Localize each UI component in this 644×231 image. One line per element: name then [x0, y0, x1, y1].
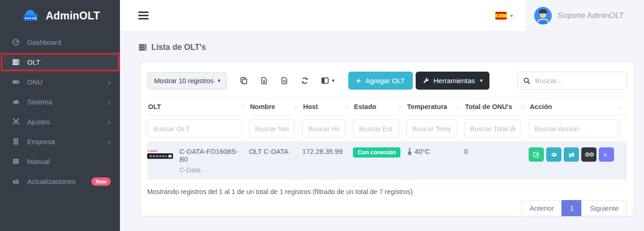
export-file-icon[interactable] — [280, 77, 288, 85]
sort-icon: ↑↓ — [294, 104, 298, 109]
search-icon — [523, 77, 531, 85]
sidebar-item-empresa[interactable]: Empresa › — [0, 132, 120, 152]
sidebar-item-label: ONU — [27, 78, 108, 86]
thermometer-icon — [406, 148, 413, 155]
export-excel-icon[interactable] — [260, 77, 268, 85]
filter-temperatura-input[interactable] — [406, 119, 457, 138]
sidebar-item-manual[interactable]: Manual — [0, 152, 120, 171]
export-icon-group: ▾ — [240, 77, 334, 85]
brand-name: AdminOLT — [46, 10, 100, 22]
filter-host-input[interactable] — [302, 119, 346, 138]
sidebar-item-actualizaciones[interactable]: Actualizaciones New — [0, 171, 120, 191]
column-header-estado[interactable]: Estado↑↓ — [353, 98, 406, 116]
search-input[interactable] — [535, 77, 627, 85]
olt-total-onus: 0 — [464, 141, 529, 180]
olt-nombre: OLT C-DATA — [249, 141, 302, 180]
plus-icon: + — [356, 76, 361, 85]
chevron-right-icon: › — [108, 117, 111, 126]
sort-icon: ↑↓ — [345, 104, 349, 109]
tools-dropdown-button[interactable]: Herramientas ▾ — [416, 72, 490, 90]
topbar-right: ▾ Soporte AdminOLT — [495, 0, 644, 31]
column-visibility-icon[interactable]: ▾ — [321, 77, 334, 85]
tools-label: Herramientas — [434, 77, 475, 85]
column-header-total-onus[interactable]: Total de ONU's↑↓ — [464, 98, 529, 116]
sort-icon: ↑↓ — [456, 104, 459, 109]
server-icon — [11, 58, 20, 66]
book-icon — [11, 158, 20, 165]
sidebar-item-sistema[interactable]: Sistema › — [0, 92, 120, 112]
add-olt-button[interactable]: + Agregar OLT — [348, 72, 413, 90]
olt-device-image: C-DATA — [147, 147, 173, 174]
olt-model: C-DATA-FD1608S-B0 — [179, 147, 244, 163]
exchange-button[interactable]: ⇄ — [564, 147, 579, 162]
olt-host: 172.28.35.99 — [302, 141, 353, 180]
topbar: ▾ Soporte AdminOLT — [120, 0, 644, 31]
settings-button[interactable]: ⚙⚙ — [581, 147, 596, 162]
filter-nombre-input[interactable] — [249, 119, 295, 138]
tools-icon — [11, 118, 20, 126]
filter-accion-input[interactable] — [529, 119, 620, 138]
sidebar-item-dashboard[interactable]: Dashboard — [0, 32, 120, 52]
caret-down-icon: ▾ — [480, 78, 483, 84]
sidebar-menu: Dashboard OLT ONU › Sistema — [0, 32, 120, 191]
pagination-previous[interactable]: Anterior — [521, 200, 562, 216]
spain-flag-icon — [495, 12, 507, 19]
table-search — [517, 72, 627, 90]
new-badge: New — [91, 177, 111, 186]
sidebar: AdminOLT Dashboard OLT ONU › — [0, 0, 120, 231]
filter-estado-input[interactable] — [353, 119, 399, 138]
chevron-right-icon: › — [108, 97, 111, 106]
gears-icon: ⚙⚙ — [584, 151, 593, 158]
sidebar-item-label: Empresa — [27, 138, 108, 146]
filter-olt-input[interactable] — [147, 119, 242, 138]
add-olt-label: Agregar OLT — [365, 77, 405, 85]
view-button[interactable] — [546, 147, 561, 162]
sidebar-item-ajustes[interactable]: Ajustes › — [0, 112, 120, 132]
column-header-temperatura[interactable]: Temperatura↑↓ — [406, 98, 464, 116]
brand-logo[interactable]: AdminOLT — [0, 0, 120, 31]
pagination: Anterior 1 Siguiente — [147, 200, 627, 216]
page-title-text: Lista de OLT's — [151, 43, 206, 52]
filter-total-onus-input[interactable] — [464, 119, 521, 138]
cloud-device-logo-icon — [20, 8, 41, 23]
language-selector[interactable]: ▾ — [495, 12, 513, 19]
sidebar-item-label: Manual — [27, 158, 111, 165]
sidebar-item-label: OLT — [27, 58, 111, 66]
avatar — [534, 7, 552, 24]
olt-table: OLT↑↓ Nombre↑↓ Host↑↓ Estado↑↓ Temperatu… — [147, 98, 627, 180]
sidebar-item-onu[interactable]: ONU › — [0, 72, 120, 92]
pagination-page-1[interactable]: 1 — [561, 200, 582, 216]
onu-device-icon — [11, 78, 20, 86]
user-menu[interactable]: Soporte AdminOLT — [525, 0, 644, 31]
adminolt-app: AdminOLT Dashboard OLT ONU › — [0, 0, 644, 231]
column-header-accion[interactable]: Acción↑↓ — [529, 98, 627, 116]
caret-down-icon: ▾ — [510, 12, 513, 19]
chevron-right-icon: › — [108, 137, 111, 146]
records-per-page-dropdown[interactable]: Mostrar 10 registros ▾ — [147, 72, 227, 90]
pagination-next[interactable]: Siguiente — [581, 200, 627, 216]
table-info-summary: Mostrando registros del 1 al 1 de un tot… — [147, 188, 627, 195]
sidebar-item-olt[interactable]: OLT — [0, 52, 120, 72]
olt-list-card: Mostrar 10 registros ▾ — [141, 62, 633, 216]
sort-icon: ↑↓ — [619, 104, 623, 109]
table-filter-row — [147, 116, 627, 142]
chevron-right-icon: › — [108, 78, 111, 86]
column-header-nombre[interactable]: Nombre↑↓ — [249, 98, 302, 116]
cloud-icon — [11, 98, 20, 106]
edit-button[interactable] — [529, 147, 544, 162]
sort-icon: ↑↓ — [241, 104, 244, 109]
table-toolbar: Mostrar 10 registros ▾ — [147, 72, 627, 90]
gauge-icon — [11, 38, 20, 46]
column-header-host[interactable]: Host↑↓ — [302, 98, 353, 116]
refresh-icon[interactable] — [301, 77, 309, 85]
sidebar-item-label: Sistema — [27, 98, 108, 106]
wrench-icon — [423, 77, 429, 84]
table-header-row: OLT↑↓ Nombre↑↓ Host↑↓ Estado↑↓ Temperatu… — [147, 98, 627, 116]
copy-icon[interactable] — [240, 77, 248, 85]
column-header-olt[interactable]: OLT↑↓ — [147, 98, 249, 116]
edit-pencil-icon — [533, 151, 540, 158]
hamburger-menu-icon[interactable] — [138, 10, 149, 21]
table-row: C-DATA C-DATA-FD1608S-B0 C-Data OLT C-DA… — [147, 141, 627, 180]
connection-status-badge: Con conexión — [353, 147, 400, 158]
terminal-button[interactable]: >_ — [599, 147, 614, 162]
